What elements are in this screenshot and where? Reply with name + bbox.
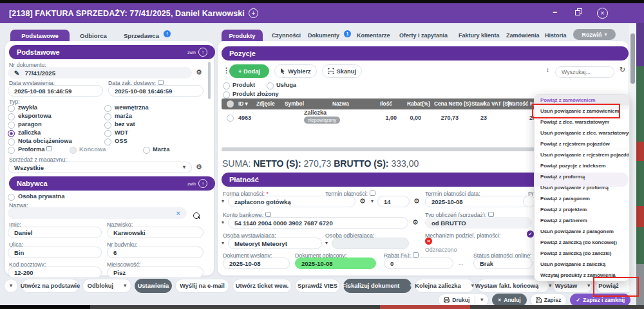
chevron-down-icon[interactable]: ▾ — [222, 220, 224, 225]
radio-zaliczka-selected[interactable] — [8, 130, 15, 137]
chevron-down-icon[interactable]: ▾ — [471, 283, 474, 288]
col-zdjecie[interactable]: Zdjęcie — [256, 100, 275, 107]
close-icon[interactable]: × — [597, 8, 608, 19]
radio-marza2[interactable] — [143, 147, 150, 154]
menu-item-powiaz-zaliczka-zaliczki[interactable]: Powiąż z zaliczką (do zaliczki) — [535, 248, 629, 259]
tab-produkty[interactable]: Produkty — [222, 30, 263, 41]
col-nazwa[interactable]: Nazwa — [332, 100, 349, 107]
zapisz-button[interactable]: Zapisz — [530, 294, 567, 306]
menu-item-usun-zlec[interactable]: Usuń powiązanie z zlec. warsztatowym — [535, 127, 629, 138]
chevron-down-icon[interactable]: ▾ — [587, 283, 590, 288]
left-panel-scrollbar[interactable] — [208, 62, 211, 99]
collapse-control[interactable]: zwiń ↑ — [187, 48, 207, 57]
fiskalizuj-button[interactable]: Fiskalizuj dokument▾ — [343, 279, 412, 293]
restore-icon[interactable] — [575, 8, 582, 17]
unchecked-x-icon[interactable]: × — [425, 238, 432, 245]
radio-paragon[interactable] — [8, 122, 15, 129]
collapse-up-icon[interactable]: ↑ — [198, 179, 207, 188]
search-icon[interactable] — [193, 212, 200, 219]
col-stawka-vat[interactable]: Stawka VAT (S) — [471, 100, 510, 107]
menu-item-powiaz-zaliczka-koncowej[interactable]: Powiąż z zaliczką (do końcowej) — [535, 237, 629, 248]
tab-faktury-klienta[interactable]: Faktury klienta — [459, 32, 500, 39]
col-symbol[interactable]: Symbol — [285, 100, 304, 107]
menu-item-usun-zaliczka[interactable]: Usuń powiązanie z zaliczką — [535, 259, 629, 270]
menu-item-powiaz-indeksem[interactable]: Powiąż pozycje z indeksem — [535, 160, 629, 171]
nr-dokumentu-gear-icon[interactable]: ⚙ — [196, 69, 202, 76]
menu-item-powiaz-paragonem[interactable]: Powiąż z paragonem — [535, 193, 629, 204]
filter-produkt-zlozony-radio[interactable] — [223, 91, 230, 98]
refresh-icon[interactable]: ↻ — [620, 66, 625, 74]
konto-gear-icon[interactable]: ⚙ — [412, 219, 419, 226]
osoba-wystawiajaca-select[interactable]: Meteoryt Meteoryt — [228, 238, 322, 249]
menu-item-usun-rejestrem[interactable]: Usuń powiązanie z rejestrem pojazdów — [535, 149, 629, 160]
typ-obliczen-field[interactable]: od BRUTTO — [425, 217, 532, 229]
sprawdz-vies-button[interactable]: Sprawdź VIES — [295, 279, 340, 293]
search-input[interactable] — [555, 66, 614, 78]
filter-usluga-radio[interactable] — [267, 82, 274, 89]
radio-osoba-prywatna[interactable] — [8, 194, 15, 201]
termin-platnosci-field[interactable]: 14 — [377, 196, 410, 207]
row-select-radio[interactable] — [227, 115, 234, 122]
magazyn-select[interactable]: Wszystkie ▾ — [8, 162, 192, 173]
radio-wdt[interactable] — [104, 130, 111, 137]
tab-historia[interactable]: Historia — [545, 32, 567, 39]
add-new-icon[interactable]: + — [249, 8, 258, 18]
menu-item-powiaz-partnerem[interactable]: Powiąż z partnerem — [535, 215, 629, 226]
radio-zwykla[interactable] — [8, 105, 15, 112]
chevron-down-icon[interactable]: ▾ — [410, 283, 412, 288]
select-all-circle[interactable] — [227, 100, 234, 108]
chevron-down-icon[interactable]: ▾ — [480, 297, 483, 303]
scan-button[interactable]: Skanuj — [322, 64, 362, 78]
radio-marza[interactable] — [104, 113, 111, 120]
search-box[interactable] — [555, 65, 614, 78]
data-dostawy-field[interactable]: 2025-10-08 16:46:59 — [108, 85, 204, 97]
utworz-na-podstawie-button[interactable]: Utwórz na podstawie — [21, 279, 79, 293]
chevron-down-icon[interactable]: ▾ — [222, 199, 224, 204]
termin-data-field[interactable]: 2025-10-08 — [425, 196, 532, 207]
tab-zamowienia[interactable]: Zamówienia — [506, 32, 540, 39]
more-dots[interactable]: ... — [459, 259, 463, 266]
tab-czynnosci[interactable]: Czynności — [272, 32, 301, 39]
kolejna-zaliczka-button[interactable]: Kolejna zaliczka▾ — [415, 279, 474, 293]
radio-eksportowa[interactable] — [8, 113, 15, 120]
chevron-down-icon[interactable]: ▾ — [222, 241, 224, 246]
utworz-ticket-button[interactable]: Utwórz ticket wew. — [232, 279, 292, 293]
dokument-oplacony-field[interactable]: 2025-10-08 — [295, 258, 376, 269]
imie-field[interactable]: Daniel — [8, 227, 102, 238]
tab-komentarze[interactable]: Komentarze — [357, 32, 390, 39]
tab-odbiorca[interactable]: Odbiorca — [80, 32, 107, 39]
ustawienia-button[interactable]: Ustawienia — [135, 279, 172, 293]
collapse-up-icon[interactable]: ↑ — [198, 48, 207, 57]
odblokuj-button[interactable]: Odblokuj▾ — [82, 279, 131, 293]
forma-gear-icon[interactable]: ⚙ — [359, 198, 366, 205]
menu-item-powiaz-proforma[interactable]: Powiąż z proformą — [535, 171, 629, 182]
chevron-down-icon[interactable]: ▾ — [371, 199, 374, 204]
menu-item-powiaz-rejestrem[interactable]: Powiąż z rejestrem pojazdów — [535, 138, 629, 149]
rabat-field[interactable]: 0 — [384, 258, 453, 269]
col-id[interactable]: ID ▾ — [238, 100, 248, 107]
wyslij-email-button[interactable]: Wyślij na e-mail — [175, 279, 229, 293]
radio-wewnetrzna[interactable] — [104, 105, 111, 112]
termin-gear-icon[interactable]: ⚙ — [413, 198, 420, 205]
tab-oferty[interactable]: Oferty i zapytania — [399, 32, 448, 39]
data-wystawienia-field[interactable]: 2025-10-08 16:46:59 — [8, 85, 103, 97]
col-cena-netto[interactable]: Cena Netto (S) — [434, 100, 471, 107]
menu-item-powiaz-projektem[interactable]: Powiąż z projektem — [535, 204, 629, 215]
nr-dokumentu-field[interactable]: ✎ 77/41/2025 — [8, 67, 192, 79]
menu-item-usun-paragonem[interactable]: Usuń powiązanie z paragonem — [535, 226, 629, 237]
mechanizm-check-icon[interactable]: ✓ — [527, 230, 534, 238]
radio-bezvat[interactable] — [104, 122, 111, 129]
konto-bankowe-select[interactable]: 54 1140 2004 0000 3902 7687 6720 — [228, 217, 408, 229]
more-actions-button[interactable]: ▾ — [4, 279, 18, 293]
clear-icon[interactable]: × — [176, 209, 180, 217]
collapse-control[interactable]: zwiń ↑ — [187, 179, 207, 188]
tab-sprzedawca[interactable]: Sprzedawca — [124, 32, 159, 39]
ulica-field[interactable]: Bin — [8, 247, 102, 258]
window-scrollbar-thumb[interactable] — [630, 33, 635, 84]
osoba-odbierajaca-select[interactable] — [332, 238, 409, 249]
magazyn-gear-icon[interactable]: ⚙ — [196, 164, 202, 171]
anuluj-button[interactable]: ×Anuluj — [492, 294, 526, 306]
add-button[interactable]: + Dodaj — [229, 64, 269, 78]
dokument-wyslany-field[interactable]: 2025-10-08 — [223, 258, 290, 269]
chevron-down-icon[interactable]: ▾ — [124, 283, 126, 288]
